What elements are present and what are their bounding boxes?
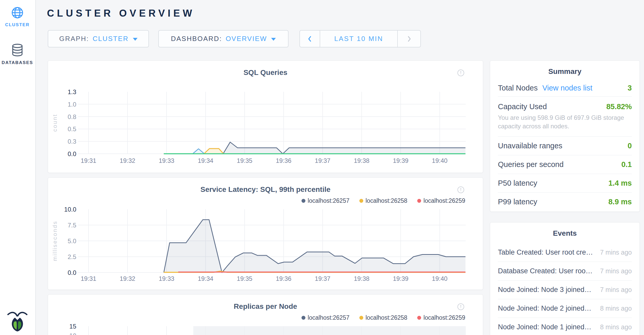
sidebar-item-databases[interactable]: DATABASES — [0, 44, 35, 65]
summary-value: 1.4 ms — [608, 179, 632, 187]
svg-text:1.0: 1.0 — [68, 101, 76, 108]
event-row: Database Created: User roo… 7 mins ago — [498, 262, 632, 281]
summary-value: 8.9 ms — [608, 198, 632, 206]
service-latency-card: Service Latency: SQL, 99th percentile ! … — [48, 177, 483, 290]
svg-text:0.5: 0.5 — [68, 125, 76, 132]
svg-text:0.3: 0.3 — [68, 138, 76, 145]
page-title: CLUSTER OVERVIEW — [47, 8, 195, 19]
event-text: Node Joined: Node 2 joined… — [498, 304, 591, 312]
summary-row-unavailable-ranges: Unavailable ranges 0 — [498, 137, 632, 155]
dashboard-dropdown-label: DASHBOARD: — [171, 35, 222, 43]
summary-row-p99: P99 latency 8.9 ms — [498, 193, 632, 211]
svg-text:0.8: 0.8 — [68, 113, 76, 120]
event-time: 7 mins ago — [600, 267, 632, 275]
summary-row-p50: P50 latency 1.4 ms — [498, 174, 632, 193]
svg-text:19:39: 19:39 — [393, 157, 408, 164]
summary-value: 85.82% — [606, 102, 632, 111]
summary-value: 0.1 — [621, 160, 632, 169]
database-icon — [11, 44, 23, 57]
svg-text:19:37: 19:37 — [315, 157, 330, 164]
svg-text:19:31: 19:31 — [81, 275, 96, 282]
event-row: Node Joined: Node 1 joined… 8 mins ago — [498, 318, 632, 335]
svg-text:19:40: 19:40 — [432, 275, 448, 282]
svg-text:milliseconds: milliseconds — [52, 221, 58, 261]
svg-text:19:38: 19:38 — [354, 157, 369, 164]
summary-label: Unavailable ranges — [498, 142, 562, 150]
summary-label: Capacity Used — [498, 102, 547, 111]
svg-text:15: 15 — [69, 323, 76, 330]
event-time: 7 mins ago — [600, 286, 632, 294]
svg-text:19:32: 19:32 — [120, 275, 135, 282]
svg-text:19:35: 19:35 — [237, 275, 252, 282]
sidebar-item-cluster[interactable]: CLUSTER — [0, 7, 35, 27]
svg-text:10.0: 10.0 — [64, 206, 76, 213]
event-text: Table Created: User root cre… — [498, 248, 593, 256]
svg-text:19:36: 19:36 — [276, 157, 291, 164]
time-range-prev-button[interactable] — [300, 31, 320, 47]
svg-text:19:31: 19:31 — [81, 157, 96, 164]
globe-icon — [11, 7, 23, 19]
chevron-down-icon — [271, 38, 276, 41]
sql-queries-card: SQL Queries ! 19:3119:3219:3319:3419:351… — [48, 60, 483, 173]
svg-text:2.5: 2.5 — [68, 253, 76, 260]
summary-title: Summary — [490, 67, 640, 76]
svg-text:19:33: 19:33 — [159, 275, 174, 282]
event-row: Node Joined: Node 2 joined… 8 mins ago — [498, 299, 632, 318]
svg-text:19:36: 19:36 — [276, 275, 291, 282]
event-row: Node Joined: Node 3 joined… 7 mins ago — [498, 281, 632, 299]
svg-text:19:37: 19:37 — [315, 275, 330, 282]
summary-value: 0 — [628, 142, 632, 150]
capacity-subtext: You are using 598.9 GiB of 697.9 GiB sto… — [498, 113, 633, 130]
svg-text:19:40: 19:40 — [432, 157, 448, 164]
svg-text:count: count — [52, 114, 58, 132]
time-range-value[interactable]: LAST 10 MIN — [320, 31, 397, 47]
svg-text:19:32: 19:32 — [120, 157, 135, 164]
summary-label: Queries per second — [498, 160, 564, 169]
graph-dropdown-label: GRAPH: — [59, 35, 89, 43]
svg-text:19:39: 19:39 — [393, 275, 408, 282]
summary-label: P50 latency — [498, 179, 537, 187]
chevron-down-icon — [133, 38, 138, 41]
svg-text:0.0: 0.0 — [68, 269, 76, 276]
dashboard-dropdown[interactable]: DASHBOARD: OVERVIEW — [158, 30, 289, 47]
view-nodes-list-link[interactable]: View nodes list — [542, 84, 592, 92]
events-panel: Events Table Created: User root cre… 7 m… — [490, 222, 640, 335]
event-time: 7 mins ago — [600, 249, 632, 256]
sidebar-item-label: CLUSTER — [0, 22, 35, 27]
chevron-left-icon — [307, 35, 312, 43]
svg-text:19:33: 19:33 — [159, 157, 174, 164]
time-range-next-button[interactable] — [397, 31, 420, 47]
summary-value: 3 — [628, 84, 632, 92]
cockroach-logo[interactable] — [6, 309, 29, 332]
time-range-selector: LAST 10 MIN — [299, 30, 421, 47]
replicas-per-node-card: Replicas per Node ! localhost:26257 loca… — [48, 294, 483, 335]
sql-queries-chart[interactable]: 19:3119:3219:3319:3419:3519:3619:3719:38… — [48, 61, 483, 173]
svg-text:10: 10 — [69, 332, 76, 335]
event-text: Node Joined: Node 3 joined… — [498, 286, 591, 294]
svg-text:19:38: 19:38 — [354, 275, 369, 282]
sidebar-item-label: DATABASES — [0, 60, 35, 65]
graph-dropdown[interactable]: GRAPH: CLUSTER — [48, 30, 149, 47]
service-latency-chart[interactable]: 19:3119:3219:3319:3419:3519:3619:3719:38… — [48, 178, 483, 290]
summary-panel: Summary Total NodesView nodes list 3 Cap… — [490, 60, 640, 212]
event-text: Database Created: User roo… — [498, 267, 593, 275]
svg-text:1.3: 1.3 — [68, 88, 76, 95]
event-row: Table Created: User root cre… 7 mins ago — [498, 243, 632, 262]
sidebar: CLUSTER DATABASES — [0, 0, 36, 335]
svg-text:19:34: 19:34 — [198, 275, 213, 282]
svg-text:5.0: 5.0 — [68, 238, 76, 245]
summary-label: P99 latency — [498, 198, 537, 206]
svg-text:19:34: 19:34 — [198, 157, 213, 164]
svg-text:7.5: 7.5 — [68, 222, 76, 229]
svg-text:0.0: 0.0 — [68, 150, 76, 157]
events-title: Events — [490, 229, 640, 238]
summary-row-qps: Queries per second 0.1 — [498, 155, 632, 174]
event-time: 8 mins ago — [600, 305, 632, 312]
chevron-right-icon — [407, 35, 412, 43]
event-text: Node Joined: Node 1 joined… — [498, 323, 591, 331]
event-time: 8 mins ago — [600, 323, 632, 331]
summary-row-total-nodes: Total NodesView nodes list 3 — [498, 79, 632, 97]
replicas-per-node-chart[interactable]: 19:3119:3219:3319:3419:3519:3619:3719:38… — [48, 295, 483, 335]
dashboard-dropdown-value: OVERVIEW — [226, 35, 267, 43]
graph-dropdown-value: CLUSTER — [93, 35, 129, 43]
